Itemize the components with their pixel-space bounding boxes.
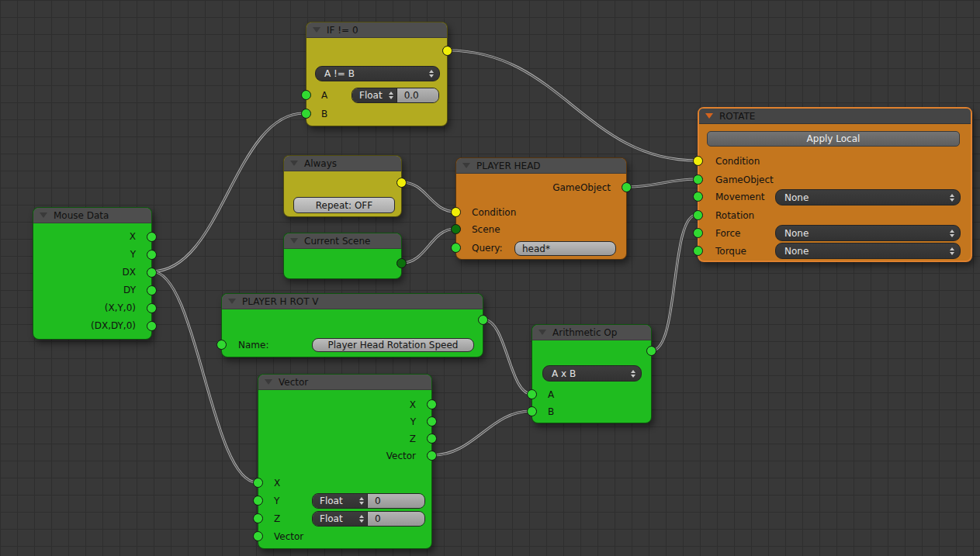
collapse-triangle-icon[interactable]: [228, 299, 236, 304]
y-type-dropdown[interactable]: Float: [313, 494, 368, 508]
socket-arith-b-in[interactable]: [527, 406, 537, 416]
node-editor-canvas[interactable]: Mouse Data X Y DX DY (X,Y,0) (DX,DY,0) I…: [0, 0, 980, 556]
y-value-widget[interactable]: Float 0: [312, 493, 425, 509]
node-always[interactable]: Always Repeat: OFF: [283, 155, 402, 217]
collapse-triangle-icon[interactable]: [313, 27, 320, 33]
node-mouse-data[interactable]: Mouse Data X Y DX DY (X,Y,0) (DX,DY,0): [33, 207, 152, 340]
socket-vector-vector-out[interactable]: [427, 451, 437, 461]
socket-arith-out[interactable]: [646, 346, 656, 356]
socket-vector-y-out[interactable]: [427, 416, 437, 426]
dropdown-arrows-icon[interactable]: [950, 194, 954, 202]
node-header[interactable]: Mouse Data: [33, 208, 151, 223]
node-current-scene[interactable]: Current Scene: [283, 233, 402, 279]
socket-phrv-name-in[interactable]: [216, 340, 227, 350]
collapse-triangle-icon[interactable]: [538, 330, 546, 335]
stepper-arrows-icon[interactable]: [389, 92, 393, 99]
dropdown-arrows-icon[interactable]: [429, 70, 434, 78]
node-title: Arithmetic Op: [552, 325, 617, 340]
socket-vector-x-out[interactable]: [427, 399, 437, 409]
socket-mouse-y-out[interactable]: [147, 250, 157, 260]
socket-rotate-gameobject-in[interactable]: [693, 174, 703, 185]
socket-vector-y-in[interactable]: [253, 496, 263, 506]
node-title: Mouse Data: [54, 208, 109, 223]
y-value-field[interactable]: 0: [368, 494, 424, 508]
a-value-field[interactable]: 0.0: [397, 88, 438, 102]
socket-arith-a-in[interactable]: [527, 389, 537, 399]
node-header[interactable]: Arithmetic Op: [532, 325, 651, 340]
name-value: Player Head Rotation Speed: [328, 340, 459, 351]
socket-current-scene-out[interactable]: [397, 258, 407, 268]
socket-player-head-condition-in[interactable]: [451, 207, 461, 217]
stepper-arrows-icon[interactable]: [359, 497, 364, 505]
input-label-rotation: Rotation: [715, 209, 754, 222]
socket-mouse-xy0-out[interactable]: [147, 303, 157, 313]
torque-dropdown[interactable]: None: [775, 243, 961, 259]
socket-phrv-out[interactable]: [478, 315, 488, 325]
input-label-gameobject: GameObject: [715, 174, 774, 186]
a-type-dropdown[interactable]: Float: [352, 88, 397, 102]
node-if-condition[interactable]: IF != 0 A != B A Float 0.0 B: [306, 22, 448, 126]
z-value-field[interactable]: 0: [368, 512, 424, 526]
socket-mouse-x-out[interactable]: [147, 232, 157, 242]
stepper-arrows-icon[interactable]: [359, 515, 364, 523]
force-dropdown[interactable]: None: [775, 225, 961, 241]
movement-dropdown[interactable]: None: [775, 189, 961, 205]
socket-vector-vector-in[interactable]: [253, 531, 263, 541]
socket-if-b-in[interactable]: [301, 109, 311, 119]
repeat-toggle-button[interactable]: Repeat: OFF: [293, 197, 395, 213]
dropdown-arrows-icon[interactable]: [950, 230, 954, 237]
node-header[interactable]: PLAYER H ROT V: [222, 294, 483, 309]
socket-rotate-rotation-in[interactable]: [693, 210, 703, 220]
output-label-y: Y: [130, 248, 136, 261]
socket-if-out[interactable]: [442, 46, 452, 56]
socket-player-head-query-in[interactable]: [451, 243, 461, 253]
socket-vector-z-out[interactable]: [427, 433, 437, 444]
z-type-dropdown[interactable]: Float: [313, 512, 368, 526]
collapse-triangle-icon[interactable]: [265, 379, 272, 385]
collapse-triangle-icon[interactable]: [290, 161, 298, 166]
name-text-field[interactable]: Player Head Rotation Speed: [312, 338, 474, 352]
y-type-value: Float: [320, 496, 343, 506]
socket-vector-x-in[interactable]: [253, 478, 263, 488]
z-value-widget[interactable]: Float 0: [312, 511, 425, 527]
socket-vector-z-in[interactable]: [253, 513, 263, 523]
output-label-gameobject: GameObject: [552, 181, 611, 194]
node-rotate[interactable]: ROTATE Apply Local Condition GameObject …: [698, 107, 972, 262]
socket-player-head-gameobject-out[interactable]: [622, 182, 632, 192]
node-header[interactable]: IF != 0: [306, 22, 447, 38]
node-header[interactable]: Always: [284, 156, 401, 171]
node-title: PLAYER H ROT V: [242, 294, 319, 309]
dropdown-arrows-icon[interactable]: [631, 370, 635, 378]
collapse-triangle-icon[interactable]: [462, 163, 470, 168]
node-vector[interactable]: Vector X Y Z Vector X Y Float 0 Z Float …: [258, 374, 432, 549]
collapse-triangle-icon[interactable]: [705, 113, 713, 119]
operator-dropdown[interactable]: A != B: [315, 66, 440, 81]
socket-rotate-force-in[interactable]: [693, 228, 703, 238]
socket-rotate-condition-in[interactable]: [693, 156, 703, 166]
socket-player-head-scene-in[interactable]: [451, 224, 461, 234]
socket-rotate-torque-in[interactable]: [693, 246, 703, 256]
collapse-triangle-icon[interactable]: [290, 238, 298, 243]
apply-local-button[interactable]: Apply Local: [707, 131, 960, 147]
node-header[interactable]: ROTATE: [699, 109, 971, 124]
node-header[interactable]: PLAYER HEAD: [456, 158, 626, 174]
node-player-head[interactable]: PLAYER HEAD GameObject Condition Scene Q…: [455, 157, 627, 260]
socket-mouse-dxdy0-out[interactable]: [147, 321, 157, 331]
collapse-triangle-icon[interactable]: [40, 212, 47, 218]
dropdown-arrows-icon[interactable]: [950, 247, 954, 255]
socket-always-out[interactable]: [397, 178, 407, 188]
operator-value: A != B: [324, 68, 355, 79]
node-title: Current Scene: [304, 233, 370, 249]
socket-mouse-dy-out[interactable]: [147, 285, 157, 295]
operator-dropdown[interactable]: A x B: [542, 365, 642, 382]
socket-if-a-in[interactable]: [301, 90, 311, 100]
a-value-widget[interactable]: Float 0.0: [351, 88, 439, 103]
node-player-h-rot-v[interactable]: PLAYER H ROT V Name: Player Head Rotatio…: [221, 293, 483, 357]
node-header[interactable]: Vector: [258, 375, 431, 390]
node-header[interactable]: Current Scene: [284, 233, 401, 249]
socket-mouse-dx-out[interactable]: [147, 268, 157, 278]
query-text-field[interactable]: head*: [514, 241, 616, 256]
socket-rotate-movement-in[interactable]: [693, 192, 703, 202]
node-arithmetic-op[interactable]: Arithmetic Op A x B A B: [532, 324, 652, 423]
output-label-x: X: [410, 399, 416, 411]
